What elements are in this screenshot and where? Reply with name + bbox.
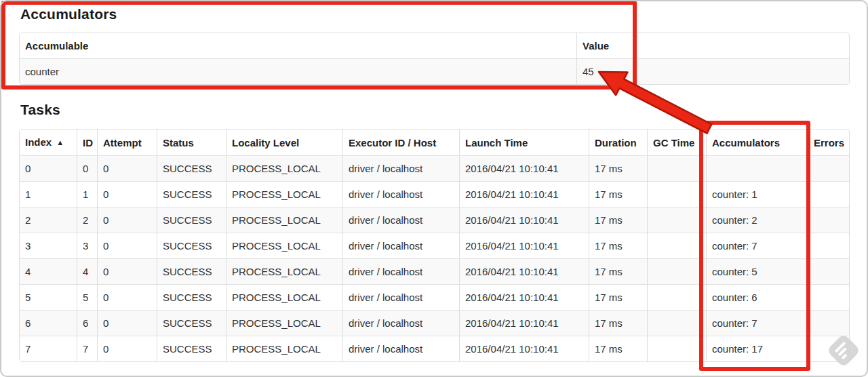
cell-executor-id-host: driver / localhost bbox=[342, 310, 459, 336]
cell-locality-level: PROCESS_LOCAL bbox=[226, 207, 342, 233]
header-row: AccumulableValue bbox=[20, 33, 850, 58]
cell-accumulators: counter: 2 bbox=[706, 207, 808, 233]
col-header-accumulable: Accumulable bbox=[20, 33, 576, 58]
cell-executor-id-host: driver / localhost bbox=[342, 258, 459, 284]
cell-id: 5 bbox=[77, 284, 97, 310]
cell-executor-id-host: driver / localhost bbox=[342, 155, 459, 181]
cell-locality-level: PROCESS_LOCAL bbox=[226, 233, 342, 258]
col-header-attempt[interactable]: Attempt bbox=[97, 130, 157, 155]
cell-status: SUCCESS bbox=[157, 336, 226, 361]
cell-launch-time: 2016/04/21 10:10:41 bbox=[459, 336, 589, 361]
table-row: 440SUCCESSPROCESS_LOCALdriver / localhos… bbox=[20, 258, 850, 284]
cell-status: SUCCESS bbox=[157, 310, 226, 336]
cell-status: SUCCESS bbox=[157, 155, 226, 181]
cell-gc-time bbox=[647, 258, 706, 284]
cell-errors bbox=[808, 336, 850, 361]
cell-accumulable: counter bbox=[20, 58, 576, 84]
cell-index: 1 bbox=[20, 181, 77, 207]
cell-accumulators bbox=[706, 155, 808, 181]
cell-locality-level: PROCESS_LOCAL bbox=[226, 155, 342, 181]
accumulators-table: AccumulableValuecounter45 bbox=[19, 33, 850, 85]
cell-id: 0 bbox=[77, 155, 97, 181]
cell-accumulators: counter: 7 bbox=[706, 310, 808, 336]
cell-index: 2 bbox=[20, 207, 77, 233]
cell-errors bbox=[808, 207, 850, 233]
cell-duration: 17 ms bbox=[589, 310, 647, 336]
cell-duration: 17 ms bbox=[589, 258, 647, 284]
col-header-errors[interactable]: Errors bbox=[808, 130, 850, 155]
cell-launch-time: 2016/04/21 10:10:41 bbox=[459, 155, 589, 181]
cell-launch-time: 2016/04/21 10:10:41 bbox=[459, 207, 589, 233]
cell-locality-level: PROCESS_LOCAL bbox=[226, 310, 342, 336]
cell-duration: 17 ms bbox=[589, 284, 647, 310]
cell-locality-level: PROCESS_LOCAL bbox=[226, 181, 342, 207]
col-header-gc-time[interactable]: GC Time bbox=[647, 130, 706, 155]
cell-gc-time bbox=[647, 181, 706, 207]
table-row: 660SUCCESSPROCESS_LOCALdriver / localhos… bbox=[20, 310, 850, 336]
cell-launch-time: 2016/04/21 10:10:41 bbox=[459, 284, 589, 310]
cell-errors bbox=[808, 284, 850, 310]
spark-stage-page: Accumulators AccumulableValuecounter45 T… bbox=[0, 0, 868, 377]
cell-errors bbox=[808, 258, 850, 284]
tasks-table-grid: Index▲IDAttemptStatusLocality LevelExecu… bbox=[20, 130, 850, 361]
header-row: Index▲IDAttemptStatusLocality LevelExecu… bbox=[20, 130, 850, 155]
col-header-index[interactable]: Index▲ bbox=[20, 130, 77, 155]
col-header-executor-id-host[interactable]: Executor ID / Host bbox=[342, 130, 459, 155]
cell-executor-id-host: driver / localhost bbox=[342, 284, 459, 310]
cell-status: SUCCESS bbox=[157, 284, 226, 310]
cell-attempt: 0 bbox=[97, 233, 157, 258]
table-row: 330SUCCESSPROCESS_LOCALdriver / localhos… bbox=[20, 233, 850, 258]
cell-executor-id-host: driver / localhost bbox=[342, 233, 459, 258]
accumulators-table-grid: AccumulableValuecounter45 bbox=[20, 33, 850, 84]
accumulators-heading: Accumulators bbox=[20, 6, 117, 22]
cell-gc-time bbox=[647, 207, 706, 233]
cell-gc-time bbox=[647, 336, 706, 361]
cell-id: 3 bbox=[77, 233, 97, 258]
cell-gc-time bbox=[647, 310, 706, 336]
cell-launch-time: 2016/04/21 10:10:41 bbox=[459, 181, 589, 207]
cell-locality-level: PROCESS_LOCAL bbox=[226, 336, 342, 361]
col-header-duration[interactable]: Duration bbox=[589, 130, 647, 155]
cell-id: 7 bbox=[77, 336, 97, 361]
cell-launch-time: 2016/04/21 10:10:41 bbox=[459, 310, 589, 336]
cell-index: 3 bbox=[20, 233, 77, 258]
cell-attempt: 0 bbox=[97, 155, 157, 181]
cell-errors bbox=[808, 310, 850, 336]
col-header-locality-level[interactable]: Locality Level bbox=[226, 130, 342, 155]
cell-id: 2 bbox=[77, 207, 97, 233]
cell-index: 6 bbox=[20, 310, 77, 336]
cell-value: 45 bbox=[576, 58, 850, 84]
cell-attempt: 0 bbox=[97, 310, 157, 336]
cell-id: 1 bbox=[77, 181, 97, 207]
cell-errors bbox=[808, 181, 850, 207]
cell-attempt: 0 bbox=[97, 207, 157, 233]
cell-accumulators: counter: 17 bbox=[706, 336, 808, 361]
table-row: 220SUCCESSPROCESS_LOCALdriver / localhos… bbox=[20, 207, 850, 233]
cell-id: 6 bbox=[77, 310, 97, 336]
cell-index: 0 bbox=[20, 155, 77, 181]
cell-duration: 17 ms bbox=[589, 336, 647, 361]
col-header-accumulators[interactable]: Accumulators bbox=[706, 130, 808, 155]
cell-executor-id-host: driver / localhost bbox=[342, 207, 459, 233]
cell-executor-id-host: driver / localhost bbox=[342, 336, 459, 361]
cell-status: SUCCESS bbox=[157, 258, 226, 284]
cell-attempt: 0 bbox=[97, 284, 157, 310]
col-header-id[interactable]: ID bbox=[77, 130, 97, 155]
cell-index: 5 bbox=[20, 284, 77, 310]
cell-attempt: 0 bbox=[97, 181, 157, 207]
cell-gc-time bbox=[647, 284, 706, 310]
col-header-status[interactable]: Status bbox=[157, 130, 226, 155]
cell-errors bbox=[808, 155, 850, 181]
cell-status: SUCCESS bbox=[157, 207, 226, 233]
table-row: 110SUCCESSPROCESS_LOCALdriver / localhos… bbox=[20, 181, 850, 207]
cell-gc-time bbox=[647, 233, 706, 258]
cell-gc-time bbox=[647, 155, 706, 181]
cell-launch-time: 2016/04/21 10:10:41 bbox=[459, 258, 589, 284]
cell-locality-level: PROCESS_LOCAL bbox=[226, 258, 342, 284]
sort-ascending-icon: ▲ bbox=[56, 138, 64, 146]
col-header-launch-time[interactable]: Launch Time bbox=[459, 130, 589, 155]
cell-locality-level: PROCESS_LOCAL bbox=[226, 284, 342, 310]
cell-index: 4 bbox=[20, 258, 77, 284]
table-row: 000SUCCESSPROCESS_LOCALdriver / localhos… bbox=[20, 155, 850, 181]
cell-executor-id-host: driver / localhost bbox=[342, 181, 459, 207]
